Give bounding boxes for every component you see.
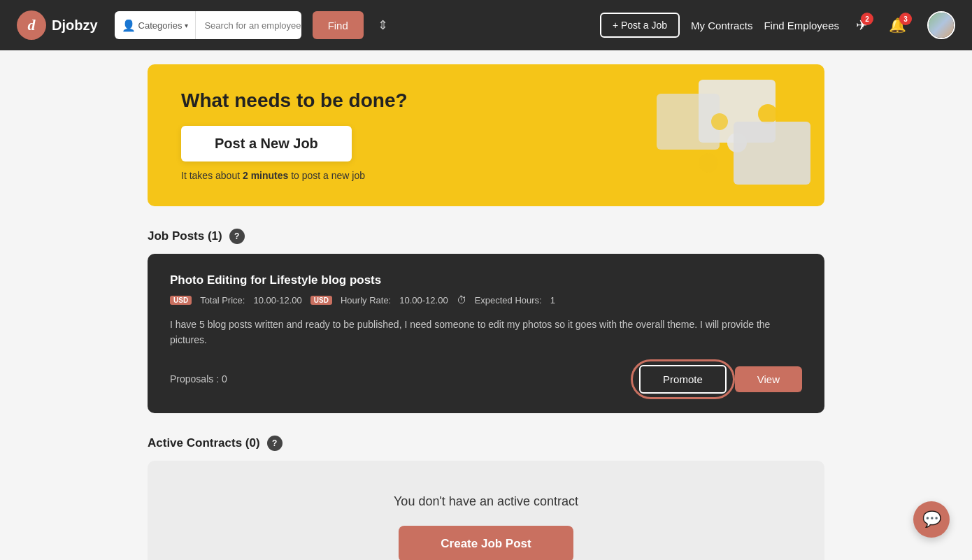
job-card: Photo Editing for Lifestyle blog posts U… [148,254,824,413]
svg-rect-7 [657,94,720,150]
logo-icon: d [17,10,46,40]
hero-puzzle-decoration [601,64,824,206]
navbar: d Djobzy 👤 Categories ▾ Find ⇕ + Post a … [0,0,972,50]
svg-point-8 [711,113,728,130]
filter-icon-button[interactable]: ⇕ [375,17,391,33]
svg-rect-6 [699,153,718,173]
job-posts-title: Job Posts (1) [148,229,222,243]
hero-left: What needs to be done? Post a New Job It… [181,89,408,181]
logo-area[interactable]: d Djobzy [17,10,98,40]
notifications-badge: 3 [899,13,912,25]
job-actions: Promote View [639,365,802,394]
currency-badge-2: USD [310,296,332,305]
proposals-count: 0 [222,373,227,385]
contracts-card: You don't have an active contract Create… [148,461,824,560]
proposals-text: Proposals : 0 [170,373,227,385]
create-job-button[interactable]: Create Job Post [399,526,573,560]
contracts-nav-link[interactable]: My Contracts [691,20,752,31]
promote-btn-wrapper: Promote [639,365,727,394]
user-avatar[interactable] [927,11,955,39]
view-button[interactable]: View [735,366,802,392]
categories-label: Categories [138,20,183,31]
proposals-label: Proposals : [170,373,219,385]
job-meta: USD Total Price: 10.00-12.00 USD Hourly … [170,294,802,306]
filter-icon: ⇕ [378,18,388,32]
messages-icon-area[interactable]: ✈ 2 [856,17,868,34]
post-job-button[interactable]: + Post a Job [600,13,680,38]
category-dropdown[interactable]: 👤 Categories ▾ [115,11,196,39]
svg-rect-4 [758,104,778,124]
svg-rect-5 [734,122,810,185]
active-contracts-title: Active Contracts (0) [148,436,260,450]
find-employees-nav-link[interactable]: Find Employees [764,20,839,31]
avatar-image [929,13,954,38]
search-input[interactable] [196,20,301,31]
logo-text: Djobzy [52,17,98,34]
search-area: 👤 Categories ▾ [115,11,301,39]
chat-fab-icon: 💬 [922,510,941,529]
chat-fab[interactable]: 💬 [913,501,950,538]
post-new-job-button[interactable]: Post a New Job [181,126,352,161]
job-posts-header: Job Posts (1) ? [148,229,824,244]
messages-badge: 2 [861,13,873,25]
clock-icon: ⏱ [457,294,466,306]
job-title: Photo Editing for Lifestyle blog posts [170,273,802,287]
hourly-rate-label: Hourly Rate: [341,295,391,306]
main-content: What needs to be done? Post a New Job It… [136,50,836,560]
no-contract-text: You don't have an active contract [394,494,578,509]
person-icon: 👤 [122,19,136,32]
hourly-rate-value: 10.00-12.00 [399,295,448,306]
job-posts-help-icon[interactable]: ? [229,229,245,244]
svg-text:d: d [28,16,36,34]
job-footer: Proposals : 0 Promote View [170,365,802,394]
active-contracts-header: Active Contracts (0) ? [148,436,824,451]
total-price-label: Total Price: [200,295,245,306]
hero-subtitle-bold: 2 minutes [243,170,288,181]
hero-subtitle-text: It takes about [181,170,243,181]
hero-subtitle: It takes about 2 minutes to post a new j… [181,170,408,181]
total-price-value: 10.00-12.00 [253,295,301,306]
job-description: I have 5 blog posts written and ready to… [170,317,802,348]
expected-hours-value: 1 [550,295,555,306]
active-contracts-help-icon[interactable]: ? [267,436,283,451]
puzzle-svg [615,80,824,192]
expected-hours-label: Expected Hours: [475,295,542,306]
currency-badge-1: USD [170,296,192,305]
hero-title: What needs to be done? [181,89,408,112]
chevron-down-icon: ▾ [185,22,188,29]
hero-subtitle-end: to post a new job [288,170,365,181]
find-button[interactable]: Find [313,11,364,39]
hero-banner: What needs to be done? Post a New Job It… [148,64,824,206]
notifications-icon-area[interactable]: 🔔 3 [889,17,906,34]
promote-button[interactable]: Promote [639,365,727,394]
